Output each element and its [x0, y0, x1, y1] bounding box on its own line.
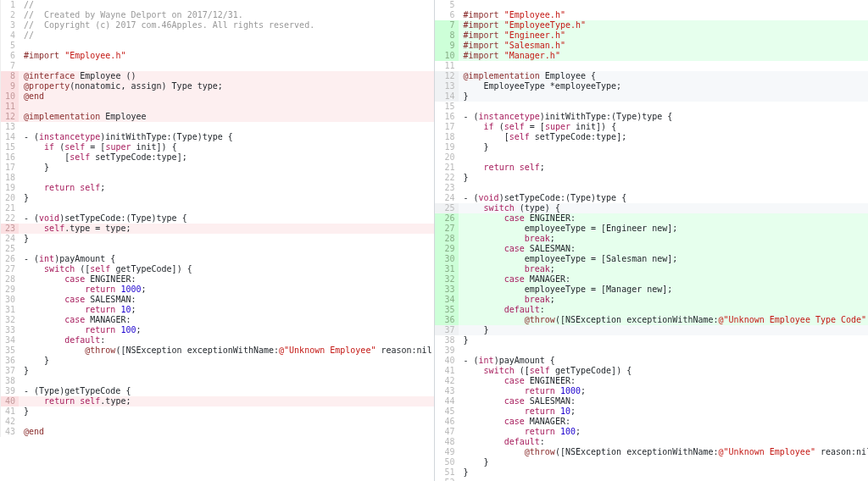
- code-content[interactable]: default:: [459, 305, 869, 315]
- diff-row[interactable]: 35 default:: [435, 305, 869, 315]
- diff-row[interactable]: 19 return self;: [0, 183, 434, 193]
- diff-row[interactable]: 5: [0, 41, 434, 51]
- code-content[interactable]: - (int)payAmount {: [19, 254, 434, 264]
- code-content[interactable]: default:: [19, 335, 434, 346]
- code-content[interactable]: [19, 203, 434, 213]
- code-content[interactable]: }: [19, 193, 434, 203]
- code-content[interactable]: switch ([self getTypeCode]) {: [459, 366, 869, 376]
- code-content[interactable]: - (int)payAmount {: [459, 356, 869, 366]
- diff-left-pane[interactable]: 1//2// Created by Wayne Delport on 2017/…: [0, 0, 435, 481]
- diff-row[interactable]: 51}: [435, 467, 869, 478]
- code-content[interactable]: [19, 61, 434, 71]
- code-content[interactable]: }: [459, 467, 869, 478]
- diff-row[interactable]: 18: [0, 173, 434, 183]
- diff-row[interactable]: 42 case ENGINEER:: [435, 376, 869, 386]
- diff-right-pane[interactable]: 56#import "Employee.h"7#import "Employee…: [435, 0, 869, 481]
- diff-row[interactable]: 13: [0, 122, 434, 132]
- code-content[interactable]: #import "Employee.h": [19, 51, 434, 61]
- diff-row[interactable]: 7#import "EmployeeType.h": [435, 20, 869, 30]
- code-content[interactable]: return self;: [19, 183, 434, 193]
- diff-row[interactable]: 40- (int)payAmount {: [435, 356, 869, 366]
- diff-row[interactable]: 41}: [0, 406, 434, 417]
- diff-row[interactable]: 28 case ENGINEER:: [0, 274, 434, 285]
- code-content[interactable]: case ENGINEER:: [459, 376, 869, 386]
- code-content[interactable]: [19, 41, 434, 51]
- code-content[interactable]: case MANAGER:: [459, 274, 869, 285]
- code-content[interactable]: employeeType = [Engineer new];: [459, 224, 869, 234]
- code-content[interactable]: @end: [19, 91, 434, 102]
- diff-row[interactable]: 24}: [0, 234, 434, 244]
- diff-row[interactable]: 16 [self setTypeCode:type];: [0, 152, 434, 163]
- diff-row[interactable]: 21 return self;: [435, 163, 869, 173]
- code-content[interactable]: - (void)setTypeCode:(Type)type {: [459, 193, 869, 203]
- diff-row[interactable]: 17 if (self = [super init]) {: [435, 122, 869, 132]
- diff-row[interactable]: 20: [435, 152, 869, 163]
- diff-row[interactable]: 29 return 1000;: [0, 285, 434, 295]
- code-content[interactable]: [459, 346, 869, 356]
- diff-row[interactable]: 23 self.type = type;: [0, 224, 434, 234]
- diff-row[interactable]: 12@implementation Employee {: [435, 71, 869, 81]
- code-content[interactable]: case MANAGER:: [459, 417, 869, 427]
- code-content[interactable]: @throw([NSException exceptionWithName:@"…: [459, 315, 869, 325]
- code-content[interactable]: [19, 417, 434, 427]
- code-content[interactable]: @interface Employee (): [19, 71, 434, 81]
- code-content[interactable]: [459, 0, 869, 10]
- diff-row[interactable]: 21: [0, 203, 434, 213]
- code-content[interactable]: case SALESMAN:: [19, 295, 434, 305]
- code-content[interactable]: }: [459, 173, 869, 183]
- diff-row[interactable]: 17 }: [0, 163, 434, 173]
- diff-row[interactable]: 20}: [0, 193, 434, 203]
- diff-row[interactable]: 31 break;: [435, 264, 869, 274]
- code-content[interactable]: return 100;: [19, 325, 434, 335]
- code-content[interactable]: return 1000;: [19, 285, 434, 295]
- code-content[interactable]: case SALESMAN:: [459, 244, 869, 254]
- code-content[interactable]: #import "Engineer.h": [459, 30, 869, 41]
- diff-row[interactable]: 25: [0, 244, 434, 254]
- diff-row[interactable]: 47 return 100;: [435, 427, 869, 437]
- diff-row[interactable]: 8@interface Employee (): [0, 71, 434, 81]
- diff-row[interactable]: 39- (Type)getTypeCode {: [0, 386, 434, 396]
- code-content[interactable]: default:: [459, 437, 869, 447]
- code-content[interactable]: break;: [459, 234, 869, 244]
- diff-row[interactable]: 29 case SALESMAN:: [435, 244, 869, 254]
- code-content[interactable]: #import "Salesman.h": [459, 41, 869, 51]
- diff-row[interactable]: 36 }: [0, 356, 434, 366]
- code-content[interactable]: //: [19, 0, 434, 10]
- code-content[interactable]: }: [459, 142, 869, 152]
- diff-row[interactable]: 4//: [0, 30, 434, 41]
- code-content[interactable]: }: [459, 335, 869, 346]
- diff-row[interactable]: 41 switch ([self getTypeCode]) {: [435, 366, 869, 376]
- code-content[interactable]: }: [19, 366, 434, 376]
- diff-row[interactable]: 44 case SALESMAN:: [435, 396, 869, 406]
- code-content[interactable]: case SALESMAN:: [459, 396, 869, 406]
- diff-row[interactable]: 26 case ENGINEER:: [435, 213, 869, 224]
- code-content[interactable]: if (self = [super init]) {: [459, 122, 869, 132]
- code-content[interactable]: @implementation Employee: [19, 112, 434, 122]
- diff-row[interactable]: 32 case MANAGER:: [0, 315, 434, 325]
- diff-row[interactable]: 30 case SALESMAN:: [0, 295, 434, 305]
- code-content[interactable]: [19, 376, 434, 386]
- code-content[interactable]: #import "Employee.h": [459, 10, 869, 20]
- diff-row[interactable]: 10@end: [0, 91, 434, 102]
- diff-row[interactable]: 39: [435, 346, 869, 356]
- code-content[interactable]: [459, 102, 869, 112]
- code-content[interactable]: #import "Manager.h": [459, 51, 869, 61]
- diff-row[interactable]: 18 [self setTypeCode:type];: [435, 132, 869, 142]
- diff-row[interactable]: 42: [0, 417, 434, 427]
- code-content[interactable]: }: [19, 406, 434, 417]
- code-content[interactable]: [459, 152, 869, 163]
- diff-row[interactable]: 33 employeeType = [Manager new];: [435, 285, 869, 295]
- code-content[interactable]: @end: [19, 427, 434, 437]
- diff-row[interactable]: 36 @throw([NSException exceptionWithName…: [435, 315, 869, 325]
- diff-row[interactable]: 38: [0, 376, 434, 386]
- code-content[interactable]: @throw([NSException exceptionWithName:@"…: [19, 346, 434, 356]
- code-content[interactable]: [self setTypeCode:type];: [459, 132, 869, 142]
- code-content[interactable]: return 1000;: [459, 386, 869, 396]
- diff-row[interactable]: 23: [435, 183, 869, 193]
- code-content[interactable]: - (instancetype)initWithType:(Type)type …: [459, 112, 869, 122]
- diff-row[interactable]: 32 case MANAGER:: [435, 274, 869, 285]
- code-content[interactable]: // Copyright (c) 2017 com.46Apples. All …: [19, 20, 434, 30]
- diff-row[interactable]: 11: [0, 102, 434, 112]
- code-content[interactable]: EmployeeType *employeeType;: [459, 81, 869, 91]
- diff-row[interactable]: 48 default:: [435, 437, 869, 447]
